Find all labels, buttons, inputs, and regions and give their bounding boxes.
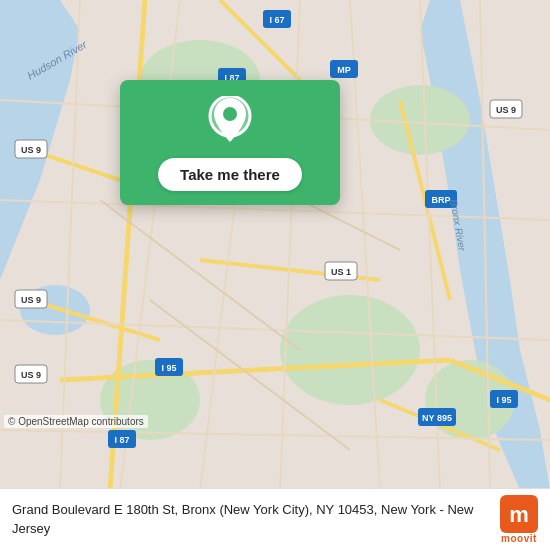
svg-text:MP: MP	[337, 65, 351, 75]
svg-text:BRP: BRP	[431, 195, 450, 205]
svg-text:I 67: I 67	[269, 15, 284, 25]
moovit-label: moovit	[501, 533, 537, 544]
map-container: I 87 I 87 I 67 I 95 I 95 NY 895 BRP US 9…	[0, 0, 550, 490]
svg-text:m: m	[509, 502, 529, 527]
location-pin-icon	[208, 96, 252, 148]
svg-text:US 9: US 9	[496, 105, 516, 115]
moovit-logo: m moovit	[500, 495, 538, 544]
svg-text:US 1: US 1	[331, 267, 351, 277]
moovit-icon: m	[500, 495, 538, 533]
location-card: Take me there	[120, 80, 340, 205]
footer-address: Grand Boulevard E 180th St, Bronx (New Y…	[12, 501, 490, 537]
svg-text:US 9: US 9	[21, 145, 41, 155]
map-attribution: © OpenStreetMap contributors	[4, 415, 148, 428]
svg-text:I 87: I 87	[114, 435, 129, 445]
svg-text:I 95: I 95	[496, 395, 511, 405]
svg-text:US 9: US 9	[21, 370, 41, 380]
svg-text:NY 895: NY 895	[422, 413, 452, 423]
svg-text:US 9: US 9	[21, 295, 41, 305]
svg-point-6	[280, 295, 420, 405]
svg-text:I 95: I 95	[161, 363, 176, 373]
svg-point-62	[223, 107, 237, 121]
footer: Grand Boulevard E 180th St, Bronx (New Y…	[0, 488, 550, 550]
take-me-there-button[interactable]: Take me there	[158, 158, 302, 191]
